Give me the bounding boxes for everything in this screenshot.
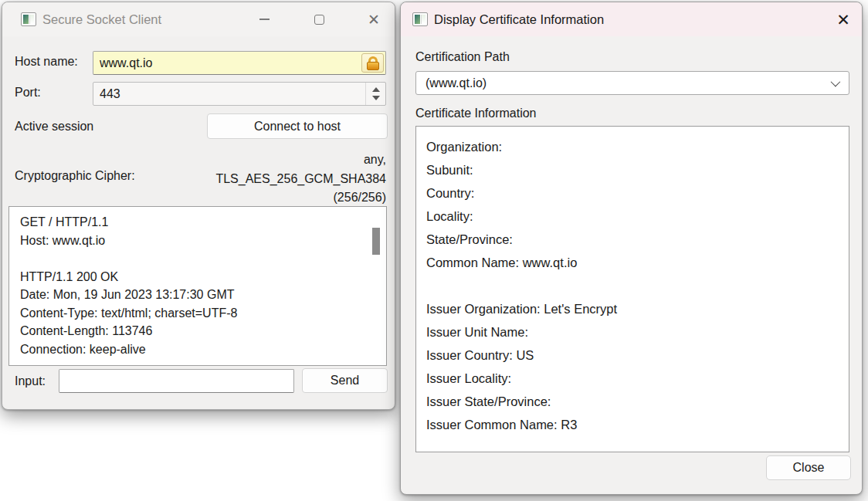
chevron-down-icon — [831, 77, 841, 87]
maximize-icon — [314, 15, 324, 25]
certificate-information-textarea[interactable]: Organization: Subunit: Country: Locality… — [415, 126, 849, 452]
certificate-information-label: Certificate Information — [415, 107, 537, 120]
port-label: Port: — [15, 86, 41, 100]
lock-button[interactable] — [361, 53, 384, 73]
window-display-certificate-information: Display Certificate Information ✕ Certif… — [400, 2, 863, 495]
close-icon: ✕ — [836, 12, 850, 28]
active-session-label: Active session — [15, 120, 93, 134]
host-name-input[interactable] — [93, 51, 386, 75]
spin-buttons — [365, 83, 385, 105]
send-button-label: Send — [331, 374, 359, 388]
certification-path-value: (www.qt.io) — [426, 76, 487, 90]
close-button-client[interactable]: ✕ — [363, 2, 385, 36]
certification-path-label: Certification Path — [415, 50, 510, 64]
window-secure-socket-client: Secure Socket Client ✕ Host name: Port: … — [2, 2, 395, 410]
cipher-label: Cryptographic Cipher: — [15, 169, 135, 183]
spin-up-icon[interactable] — [372, 87, 380, 92]
connect-button-label: Connect to host — [254, 120, 341, 134]
host-name-label: Host name: — [15, 55, 78, 69]
cert-window-title: Display Certificate Information — [434, 12, 604, 27]
input-label: Input: — [15, 374, 46, 388]
app-icon — [412, 12, 428, 26]
app-icon-left — [23, 15, 29, 24]
minimize-icon — [259, 19, 270, 20]
client-titlebar[interactable]: Secure Socket Client ✕ — [2, 2, 395, 36]
client-window-title: Secure Socket Client — [42, 12, 161, 27]
session-log-textarea[interactable]: GET / HTTP/1.1 Host: www.qt.io HTTP/1.1 … — [8, 206, 387, 366]
connect-to-host-button[interactable]: Connect to host — [207, 113, 388, 139]
app-icon-right — [29, 15, 34, 24]
log-scrollbar[interactable] — [371, 208, 381, 364]
send-button[interactable]: Send — [302, 368, 388, 393]
host-input-wrap — [93, 51, 386, 75]
port-value: 443 — [100, 87, 120, 101]
port-spinbox[interactable]: 443 — [93, 82, 386, 106]
app-icon-right — [421, 15, 426, 24]
lock-icon-body — [367, 62, 379, 70]
close-icon: ✕ — [368, 12, 380, 27]
close-button-label: Close — [793, 461, 825, 475]
certification-path-combobox[interactable]: (www.qt.io) — [415, 71, 849, 95]
app-icon — [21, 12, 36, 26]
cipher-value: any, TLS_AES_256_GCM_SHA384 (256/256) — [154, 151, 386, 208]
maximize-button[interactable] — [308, 2, 330, 36]
spin-down-icon[interactable] — [372, 96, 380, 100]
log-scrollbar-thumb[interactable] — [372, 228, 380, 255]
cert-titlebar[interactable]: Display Certificate Information ✕ — [401, 2, 862, 36]
close-dialog-button[interactable]: Close — [766, 455, 851, 480]
minimize-button[interactable] — [253, 2, 275, 36]
app-icon-left — [415, 15, 420, 24]
close-button-cert-window[interactable]: ✕ — [832, 2, 854, 36]
message-input[interactable] — [59, 369, 294, 393]
